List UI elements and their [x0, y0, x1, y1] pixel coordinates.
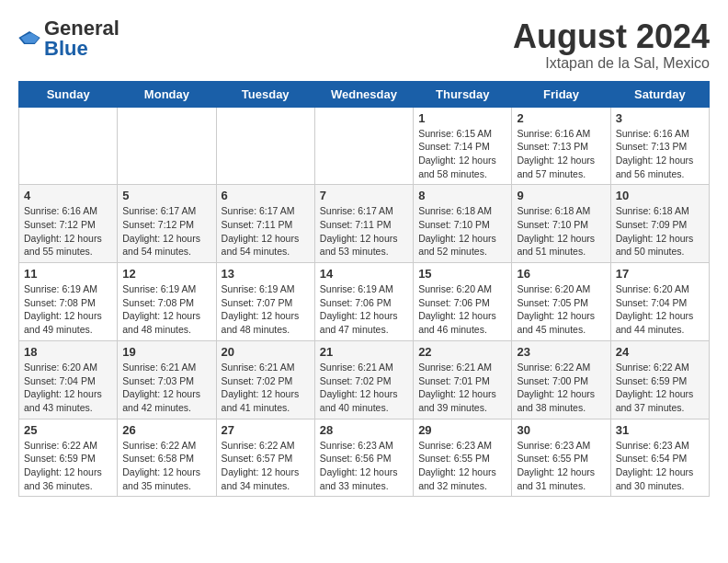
day-number: 26 [122, 423, 210, 437]
calendar-cell: 24Sunrise: 6:22 AM Sunset: 6:59 PM Dayli… [610, 340, 709, 419]
day-info: Sunrise: 6:16 AM Sunset: 7:13 PM Dayligh… [616, 127, 704, 181]
day-info: Sunrise: 6:22 AM Sunset: 6:59 PM Dayligh… [24, 439, 112, 493]
day-number: 30 [517, 423, 605, 437]
day-info: Sunrise: 6:21 AM Sunset: 7:02 PM Dayligh… [320, 361, 408, 415]
weekday-header-friday: Friday [512, 81, 610, 107]
day-info: Sunrise: 6:22 AM Sunset: 7:00 PM Dayligh… [517, 361, 605, 415]
day-number: 31 [616, 423, 704, 437]
calendar-cell: 6Sunrise: 6:17 AM Sunset: 7:11 PM Daylig… [216, 185, 314, 263]
calendar-cell: 10Sunrise: 6:18 AM Sunset: 7:09 PM Dayli… [610, 185, 709, 263]
logo: General Blue [18, 18, 119, 59]
day-number: 4 [24, 189, 112, 202]
calendar-cell: 27Sunrise: 6:22 AM Sunset: 6:57 PM Dayli… [216, 419, 314, 497]
calendar-cell: 17Sunrise: 6:20 AM Sunset: 7:04 PM Dayli… [610, 263, 709, 341]
day-number: 13 [222, 267, 310, 281]
calendar-cell: 30Sunrise: 6:23 AM Sunset: 6:55 PM Dayli… [512, 419, 610, 497]
day-number: 18 [24, 345, 112, 359]
day-info: Sunrise: 6:19 AM Sunset: 7:06 PM Dayligh… [320, 282, 408, 337]
calendar-cell: 3Sunrise: 6:16 AM Sunset: 7:13 PM Daylig… [610, 107, 709, 185]
day-number: 7 [320, 189, 408, 202]
day-number: 1 [418, 111, 506, 125]
day-info: Sunrise: 6:19 AM Sunset: 7:07 PM Dayligh… [222, 282, 310, 337]
calendar-cell: 7Sunrise: 6:17 AM Sunset: 7:11 PM Daylig… [314, 185, 413, 263]
day-number: 24 [616, 345, 704, 359]
day-info: Sunrise: 6:23 AM Sunset: 6:56 PM Dayligh… [320, 439, 408, 493]
calendar-week-row: 18Sunrise: 6:20 AM Sunset: 7:04 PM Dayli… [19, 340, 710, 419]
day-number: 22 [418, 345, 506, 359]
day-number: 25 [24, 423, 112, 437]
day-info: Sunrise: 6:20 AM Sunset: 7:04 PM Dayligh… [616, 282, 704, 337]
day-info: Sunrise: 6:22 AM Sunset: 6:59 PM Dayligh… [616, 361, 704, 415]
day-info: Sunrise: 6:21 AM Sunset: 7:03 PM Dayligh… [122, 361, 210, 415]
weekday-header-monday: Monday [118, 81, 216, 107]
day-info: Sunrise: 6:21 AM Sunset: 7:01 PM Dayligh… [418, 361, 506, 415]
day-number: 10 [616, 189, 704, 202]
weekday-header-saturday: Saturday [610, 81, 709, 107]
month-title: August 2024 [513, 18, 710, 55]
day-number: 23 [517, 345, 605, 359]
day-info: Sunrise: 6:17 AM Sunset: 7:11 PM Dayligh… [320, 204, 408, 259]
day-info: Sunrise: 6:18 AM Sunset: 7:10 PM Dayligh… [517, 204, 605, 259]
calendar-cell: 5Sunrise: 6:17 AM Sunset: 7:12 PM Daylig… [118, 185, 216, 263]
calendar-cell: 13Sunrise: 6:19 AM Sunset: 7:07 PM Dayli… [216, 263, 314, 341]
calendar-cell: 28Sunrise: 6:23 AM Sunset: 6:56 PM Dayli… [314, 419, 413, 497]
calendar-cell: 11Sunrise: 6:19 AM Sunset: 7:08 PM Dayli… [19, 263, 118, 341]
calendar-cell: 1Sunrise: 6:15 AM Sunset: 7:14 PM Daylig… [414, 107, 512, 185]
day-info: Sunrise: 6:17 AM Sunset: 7:11 PM Dayligh… [222, 204, 310, 259]
day-info: Sunrise: 6:19 AM Sunset: 7:08 PM Dayligh… [24, 282, 112, 337]
day-number: 3 [616, 111, 704, 125]
calendar-cell: 2Sunrise: 6:16 AM Sunset: 7:13 PM Daylig… [512, 107, 610, 185]
calendar-table: SundayMondayTuesdayWednesdayThursdayFrid… [18, 81, 710, 498]
day-number: 15 [418, 267, 506, 281]
day-info: Sunrise: 6:20 AM Sunset: 7:05 PM Dayligh… [517, 282, 605, 337]
calendar-cell: 23Sunrise: 6:22 AM Sunset: 7:00 PM Dayli… [512, 340, 610, 419]
title-section: August 2024 Ixtapan de la Sal, Mexico [513, 18, 710, 72]
day-number: 2 [517, 111, 605, 125]
day-info: Sunrise: 6:23 AM Sunset: 6:55 PM Dayligh… [418, 439, 506, 493]
calendar-cell: 14Sunrise: 6:19 AM Sunset: 7:06 PM Dayli… [314, 263, 413, 341]
day-number: 5 [122, 189, 210, 202]
calendar-cell: 20Sunrise: 6:21 AM Sunset: 7:02 PM Dayli… [216, 340, 314, 419]
page-header: General Blue August 2024 Ixtapan de la S… [18, 18, 710, 72]
day-info: Sunrise: 6:23 AM Sunset: 6:54 PM Dayligh… [616, 439, 704, 493]
day-info: Sunrise: 6:21 AM Sunset: 7:02 PM Dayligh… [222, 361, 310, 415]
day-info: Sunrise: 6:20 AM Sunset: 7:04 PM Dayligh… [24, 361, 112, 415]
day-info: Sunrise: 6:15 AM Sunset: 7:14 PM Dayligh… [418, 127, 506, 181]
calendar-cell: 26Sunrise: 6:22 AM Sunset: 6:58 PM Dayli… [118, 419, 216, 497]
calendar-week-row: 25Sunrise: 6:22 AM Sunset: 6:59 PM Dayli… [19, 419, 710, 497]
day-number: 20 [222, 345, 310, 359]
logo-icon [18, 31, 40, 44]
weekday-header-row: SundayMondayTuesdayWednesdayThursdayFrid… [19, 81, 710, 107]
calendar-cell: 12Sunrise: 6:19 AM Sunset: 7:08 PM Dayli… [118, 263, 216, 341]
day-number: 8 [418, 189, 506, 202]
calendar-cell: 9Sunrise: 6:18 AM Sunset: 7:10 PM Daylig… [512, 185, 610, 263]
calendar-cell: 29Sunrise: 6:23 AM Sunset: 6:55 PM Dayli… [414, 419, 512, 497]
day-info: Sunrise: 6:16 AM Sunset: 7:13 PM Dayligh… [517, 127, 605, 181]
day-number: 11 [24, 267, 112, 281]
day-number: 17 [616, 267, 704, 281]
day-info: Sunrise: 6:22 AM Sunset: 6:58 PM Dayligh… [122, 439, 210, 493]
day-number: 12 [122, 267, 210, 281]
calendar-cell: 22Sunrise: 6:21 AM Sunset: 7:01 PM Dayli… [414, 340, 512, 419]
day-number: 29 [418, 423, 506, 437]
day-number: 19 [122, 345, 210, 359]
calendar-cell [314, 107, 413, 185]
logo-text: General Blue [44, 18, 119, 59]
calendar-cell: 18Sunrise: 6:20 AM Sunset: 7:04 PM Dayli… [19, 340, 118, 419]
calendar-cell: 31Sunrise: 6:23 AM Sunset: 6:54 PM Dayli… [610, 419, 709, 497]
calendar-cell: 8Sunrise: 6:18 AM Sunset: 7:10 PM Daylig… [414, 185, 512, 263]
calendar-cell [19, 107, 118, 185]
day-info: Sunrise: 6:17 AM Sunset: 7:12 PM Dayligh… [122, 204, 210, 259]
calendar-cell: 16Sunrise: 6:20 AM Sunset: 7:05 PM Dayli… [512, 263, 610, 341]
day-info: Sunrise: 6:18 AM Sunset: 7:10 PM Dayligh… [418, 204, 506, 259]
calendar-cell: 4Sunrise: 6:16 AM Sunset: 7:12 PM Daylig… [19, 185, 118, 263]
day-number: 14 [320, 267, 408, 281]
day-info: Sunrise: 6:23 AM Sunset: 6:55 PM Dayligh… [517, 439, 605, 493]
calendar-cell: 15Sunrise: 6:20 AM Sunset: 7:06 PM Dayli… [414, 263, 512, 341]
day-info: Sunrise: 6:19 AM Sunset: 7:08 PM Dayligh… [122, 282, 210, 337]
calendar-cell: 21Sunrise: 6:21 AM Sunset: 7:02 PM Dayli… [314, 340, 413, 419]
weekday-header-thursday: Thursday [414, 81, 512, 107]
day-number: 28 [320, 423, 408, 437]
calendar-week-row: 1Sunrise: 6:15 AM Sunset: 7:14 PM Daylig… [19, 107, 710, 185]
location: Ixtapan de la Sal, Mexico [513, 55, 710, 72]
